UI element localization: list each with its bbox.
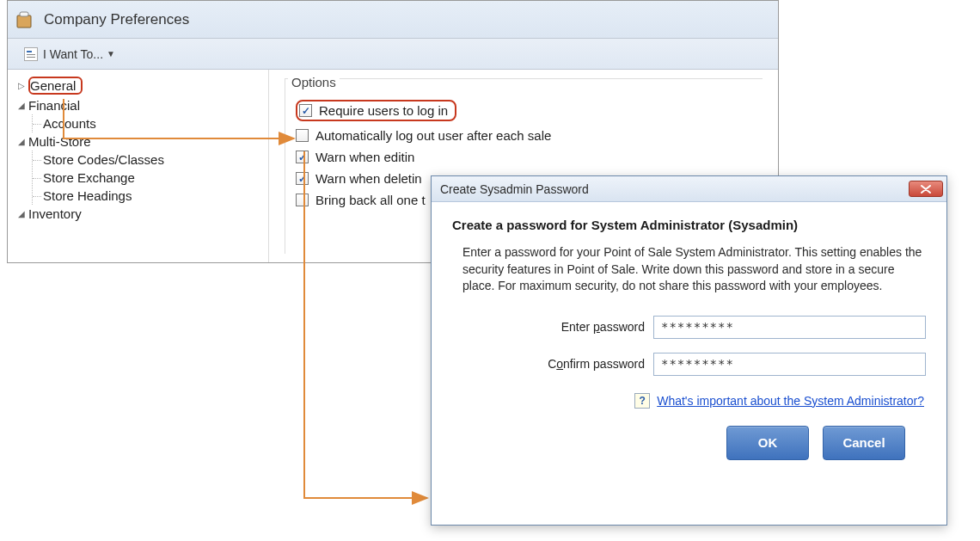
preferences-icon bbox=[15, 9, 34, 30]
dialog-description: Enter a password for your Point of Sale … bbox=[462, 244, 926, 295]
enter-password-input[interactable] bbox=[653, 316, 926, 339]
i-want-to-label: I Want To... bbox=[43, 47, 103, 61]
sidebar-tree: ▷ General ◢ Financial Accounts ◢ Multi-S… bbox=[8, 70, 269, 262]
prefs-titlebar: Company Preferences bbox=[8, 1, 778, 39]
tree-expander-icon: ◢ bbox=[16, 101, 27, 111]
enter-password-label: Enter password bbox=[481, 320, 653, 334]
help-link-sysadmin[interactable]: What's important about the System Admini… bbox=[657, 394, 924, 408]
close-icon bbox=[921, 185, 931, 194]
checkbox-require-login[interactable] bbox=[299, 104, 312, 117]
dialog-title: Create Sysadmin Password bbox=[440, 182, 589, 196]
checkbox-warn-edit[interactable] bbox=[296, 151, 309, 163]
sidebar-item-inventory[interactable]: ◢ Inventory bbox=[15, 205, 261, 223]
confirm-password-label: Confirm password bbox=[481, 357, 653, 371]
option-auto-logout-label: Automatically log out user after each sa… bbox=[315, 128, 551, 143]
checkbox-bring-back[interactable] bbox=[296, 194, 309, 206]
accounts-label: Accounts bbox=[43, 116, 96, 131]
option-warn-delete-label: Warn when deletin bbox=[315, 171, 422, 186]
company-preferences-title: Company Preferences bbox=[44, 11, 189, 28]
i-want-to-button[interactable]: I Want To... ▼ bbox=[15, 43, 125, 65]
option-require-login-row: Require users to log in bbox=[296, 96, 752, 125]
multistore-label: Multi-Store bbox=[28, 134, 91, 149]
dialog-titlebar: Create Sysadmin Password bbox=[432, 176, 946, 202]
option-bring-back-label: Bring back all one t bbox=[315, 193, 426, 207]
enter-password-row: Enter password bbox=[481, 316, 926, 339]
option-require-login-label: Require users to log in bbox=[319, 103, 448, 118]
sidebar-item-financial[interactable]: ◢ Financial bbox=[15, 96, 261, 114]
confirm-password-row: Confirm password bbox=[481, 353, 926, 376]
checkbox-auto-logout[interactable] bbox=[296, 129, 309, 142]
sidebar-item-storeexchange[interactable]: Store Exchange bbox=[33, 169, 261, 187]
tree-expander-icon: ◢ bbox=[16, 209, 27, 219]
dialog-heading: Create a password for System Administrat… bbox=[452, 218, 926, 232]
dialog-button-row: OK Cancel bbox=[452, 426, 926, 460]
sidebar-item-multistore[interactable]: ◢ Multi-Store bbox=[15, 132, 261, 151]
svg-rect-0 bbox=[17, 15, 31, 28]
sidebar-item-general[interactable]: ▷ General bbox=[15, 75, 261, 96]
ok-button[interactable]: OK bbox=[726, 426, 809, 460]
option-warn-edit-label: Warn when editin bbox=[315, 150, 414, 164]
tree-expander-icon: ▷ bbox=[16, 81, 27, 91]
require-login-highlight: Require users to log in bbox=[296, 100, 456, 121]
option-auto-logout-row: Automatically log out user after each sa… bbox=[296, 125, 752, 146]
tree-expander-icon: ◢ bbox=[16, 137, 27, 147]
create-sysadmin-password-dialog: Create Sysadmin Password Create a passwo… bbox=[431, 175, 947, 526]
chevron-down-icon: ▼ bbox=[107, 49, 115, 58]
dialog-body: Create a password for System Administrat… bbox=[432, 202, 946, 476]
sidebar-item-accounts[interactable]: Accounts bbox=[33, 114, 261, 132]
sidebar-item-storecodes[interactable]: Store Codes/Classes bbox=[33, 151, 261, 169]
prefs-toolbar: I Want To... ▼ bbox=[8, 39, 778, 70]
sidebar-item-storeheadings[interactable]: Store Headings bbox=[33, 187, 261, 205]
confirm-password-input[interactable] bbox=[653, 353, 926, 376]
financial-label: Financial bbox=[28, 98, 80, 113]
svg-rect-1 bbox=[20, 12, 28, 16]
checkbox-warn-delete[interactable] bbox=[296, 172, 309, 185]
options-group-label: Options bbox=[288, 75, 340, 89]
list-icon bbox=[24, 47, 38, 61]
general-label-highlight: General bbox=[28, 77, 83, 95]
cancel-button[interactable]: Cancel bbox=[823, 426, 905, 460]
option-warn-edit-row: Warn when editin bbox=[296, 146, 752, 168]
help-row: ? What's important about the System Admi… bbox=[452, 393, 924, 409]
inventory-label: Inventory bbox=[28, 206, 82, 221]
storecodes-label: Store Codes/Classes bbox=[43, 152, 164, 167]
storeheadings-label: Store Headings bbox=[43, 188, 132, 203]
storeexchange-label: Store Exchange bbox=[43, 170, 135, 185]
close-button[interactable] bbox=[909, 181, 943, 197]
help-icon: ? bbox=[634, 393, 650, 409]
